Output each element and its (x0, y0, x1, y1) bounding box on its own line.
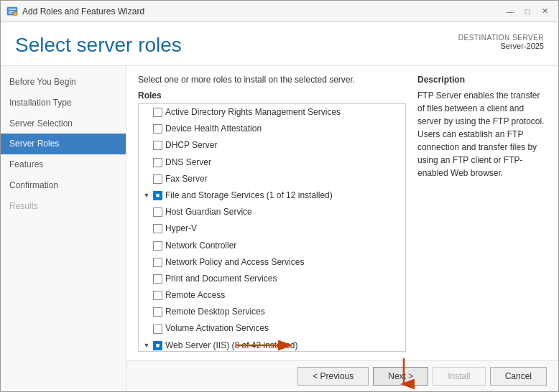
list-item[interactable]: Host Guardian Service (139, 204, 405, 220)
install-button: Install (433, 367, 485, 386)
role-label: Print and Document Services (165, 272, 277, 286)
app-icon: + (6, 6, 18, 17)
spacer-icon (142, 224, 152, 234)
roles-list-wrapper: Active Directory Rights Management Servi… (138, 103, 406, 352)
spacer-icon (142, 307, 152, 317)
spacer-icon (142, 257, 152, 267)
role-label: File and Storage Services (1 of 12 insta… (165, 189, 333, 202)
role-checkbox[interactable]: ■ (153, 341, 162, 350)
spacer-icon (142, 241, 152, 251)
wizard-footer: < Previous Next > Install Cancel (126, 360, 558, 391)
spacer-icon (142, 291, 152, 301)
list-item[interactable]: Print and Document Services (139, 271, 405, 287)
role-checkbox[interactable] (153, 274, 162, 284)
window-controls: — □ ✕ (502, 4, 553, 19)
expand-icon[interactable]: ▼ (142, 191, 152, 201)
role-checkbox[interactable] (153, 241, 162, 251)
spacer-icon (142, 124, 152, 134)
list-item[interactable]: Volume Activation Services (139, 320, 405, 337)
svg-rect-2 (9, 11, 14, 12)
wizard-content: Before You Begin Installation Type Serve… (1, 66, 558, 391)
titlebar: + Add Roles and Features Wizard — □ ✕ (1, 1, 558, 22)
spacer-icon (142, 157, 152, 167)
list-item[interactable]: ▼ ■ File and Storage Services (1 of 12 i… (139, 187, 405, 204)
role-checkbox[interactable] (153, 224, 162, 233)
spacer-icon (142, 324, 152, 334)
list-item[interactable]: Fax Server (139, 171, 405, 187)
role-checkbox[interactable] (153, 141, 162, 150)
spacer-icon (142, 274, 152, 284)
list-item[interactable]: Remote Access (139, 287, 405, 304)
role-label: Volume Activation Services (165, 322, 269, 335)
wizard-window: + Add Roles and Features Wizard — □ ✕ Se… (0, 0, 559, 392)
role-label: Remote Desktop Services (165, 305, 265, 319)
svg-rect-3 (9, 12, 12, 14)
role-label: Hyper-V (165, 222, 197, 235)
spacer-icon (142, 207, 152, 218)
sidebar: Before You Begin Installation Type Serve… (1, 66, 126, 391)
role-checkbox[interactable] (153, 307, 162, 317)
sidebar-item-server-roles[interactable]: Server Roles (1, 134, 126, 154)
list-item[interactable]: Network Policy and Access Services (139, 254, 405, 271)
role-checkbox[interactable]: ■ (153, 191, 162, 200)
list-item[interactable]: DNS Server (139, 154, 405, 171)
role-label: Active Directory Rights Management Servi… (165, 106, 341, 119)
list-item[interactable]: DHCP Server (139, 137, 405, 154)
list-item[interactable]: Active Directory Rights Management Servi… (139, 104, 405, 121)
list-item[interactable]: Network Controller (139, 238, 405, 254)
destination-server-info: DESTINATION SERVER Server-2025 (458, 34, 544, 50)
next-button[interactable]: Next > (373, 367, 428, 386)
spacer-icon (142, 141, 152, 151)
sidebar-item-server-selection[interactable]: Server Selection (1, 113, 126, 134)
sidebar-item-results: Results (1, 196, 126, 217)
page-header: Select server roles DESTINATION SERVER S… (1, 22, 558, 66)
description-section: Description FTP Server enables the trans… (417, 75, 547, 352)
role-checkbox[interactable] (153, 174, 162, 184)
svg-rect-1 (9, 9, 16, 10)
window-title: Add Roles and Features Wizard (22, 6, 144, 17)
main-content: Select one or more roles to install on t… (126, 66, 558, 391)
sidebar-item-installation-type[interactable]: Installation Type (1, 93, 126, 113)
roles-list: Active Directory Rights Management Servi… (139, 104, 405, 351)
role-label: Device Health Attestation (165, 122, 262, 136)
role-label: Fax Server (165, 172, 208, 186)
role-label: Host Guardian Service (165, 205, 252, 219)
list-item[interactable]: Device Health Attestation (139, 121, 405, 137)
spacer-icon (142, 174, 152, 184)
expand-icon[interactable]: ▼ (142, 340, 152, 350)
maximize-button[interactable]: □ (519, 4, 535, 19)
page-title: Select server roles (15, 34, 182, 57)
role-checkbox[interactable] (153, 158, 162, 167)
spacer-icon (142, 108, 152, 118)
description-text: FTP Server enables the transfer of files… (417, 89, 547, 179)
titlebar-left: + Add Roles and Features Wizard (6, 6, 144, 17)
list-item[interactable]: Hyper-V (139, 220, 405, 237)
instruction-text: Select one or more roles to install on t… (138, 75, 406, 85)
role-checkbox[interactable] (153, 124, 162, 134)
roles-label: Roles (138, 90, 406, 101)
role-label: Network Controller (165, 239, 236, 253)
list-item[interactable]: Remote Desktop Services (139, 304, 405, 320)
role-checkbox[interactable] (153, 207, 162, 217)
role-checkbox[interactable] (153, 258, 162, 267)
role-checkbox[interactable] (153, 291, 162, 300)
destination-name: Server-2025 (458, 42, 544, 50)
roles-list-scroll[interactable]: Active Directory Rights Management Servi… (139, 104, 405, 351)
role-label: Network Policy and Access Services (165, 256, 304, 269)
description-title: Description (417, 75, 547, 85)
roles-section: Select one or more roles to install on t… (138, 75, 406, 352)
previous-button[interactable]: < Previous (297, 367, 369, 386)
main-body: Select one or more roles to install on t… (126, 66, 558, 360)
role-checkbox[interactable] (153, 325, 162, 334)
sidebar-item-before-you-begin[interactable]: Before You Begin (1, 72, 126, 93)
destination-label: DESTINATION SERVER (458, 34, 544, 42)
role-checkbox[interactable] (153, 108, 162, 117)
role-label: Remote Access (165, 289, 225, 302)
sidebar-item-features[interactable]: Features (1, 154, 126, 175)
minimize-button[interactable]: — (502, 4, 518, 19)
role-label: DNS Server (165, 156, 211, 169)
cancel-button[interactable]: Cancel (490, 367, 547, 386)
list-item[interactable]: ▼ ■ Web Server (IIS) (8 of 42 installed) (139, 337, 405, 351)
sidebar-item-confirmation[interactable]: Confirmation (1, 175, 126, 196)
close-button[interactable]: ✕ (537, 4, 553, 19)
